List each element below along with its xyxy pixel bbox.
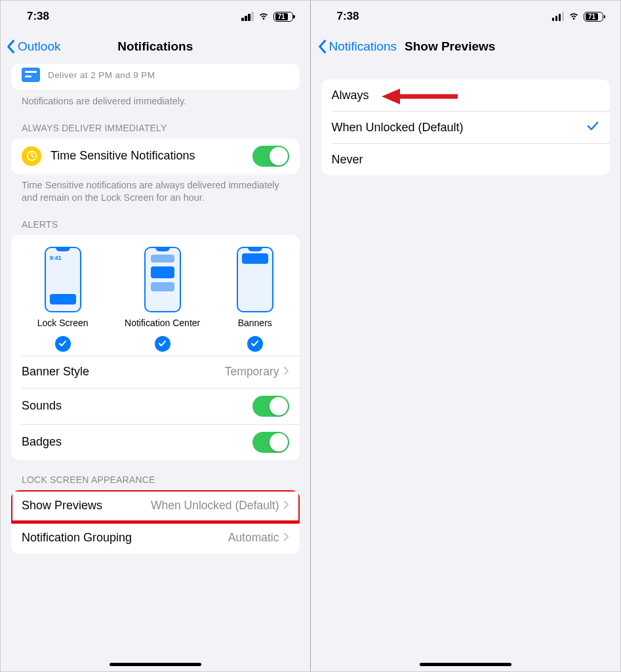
status-time: 7:38 (27, 10, 49, 23)
home-indicator[interactable] (420, 663, 511, 666)
content: Deliver at 2 PM and 9 PM Notifications a… (1, 64, 310, 554)
banner-style-label: Banner Style (22, 365, 225, 379)
section-alerts: ALERTS (11, 205, 300, 235)
section-lock-screen: LOCK SCREEN APPEARANCE (11, 460, 300, 490)
status-bar: 7:38 71 (311, 1, 621, 32)
checkmark-icon (586, 121, 599, 135)
time-sensitive-label: Time Sensitive Notifications (50, 149, 252, 163)
banners-mock-icon (237, 247, 273, 312)
annotation-arrow-icon (380, 87, 459, 106)
status-icons: 71 (551, 12, 603, 22)
home-indicator[interactable] (110, 663, 201, 666)
sounds-row[interactable]: Sounds (11, 388, 300, 424)
sounds-toggle[interactable] (252, 396, 289, 417)
chevron-left-icon (6, 39, 15, 54)
checkmark-icon (247, 336, 263, 352)
nav-bar: Notifications Show Previews (311, 32, 621, 61)
alert-nc-label: Notification Center (125, 318, 200, 328)
back-label: Outlook (18, 39, 60, 54)
alert-styles-row: 9:41 Lock Screen Notification Center Ban… (11, 235, 300, 356)
option-always-row[interactable]: Always (321, 79, 611, 111)
cellular-signal-icon (551, 12, 564, 21)
phone-left: 7:38 71 Outlook Notifications Deliver at… (1, 1, 311, 671)
nav-bar: Outlook Notifications (1, 32, 310, 61)
delivery-schedule-card[interactable]: Deliver at 2 PM and 9 PM (11, 64, 300, 90)
alert-option-notification-center[interactable]: Notification Center (125, 247, 200, 352)
option-never-label: Never (332, 153, 600, 167)
time-sensitive-footer: Time Sensitive notifications are always … (11, 174, 300, 205)
option-always-label: Always (332, 89, 600, 102)
phone-right: 7:38 71 Notifications Show Previews Alwa… (311, 1, 621, 671)
checkmark-icon (55, 336, 71, 352)
section-always-deliver: ALWAYS DELIVER IMMEDIATELY (11, 108, 300, 138)
lock-screen-card: Show Previews When Unlocked (Default) No… (11, 490, 300, 554)
badges-toggle[interactable] (252, 432, 289, 453)
alert-option-lockscreen[interactable]: 9:41 Lock Screen (37, 247, 89, 352)
notification-grouping-row[interactable]: Notification Grouping Automatic (11, 522, 300, 554)
alert-banners-label: Banners (238, 318, 272, 328)
battery-icon: 71 (273, 12, 293, 22)
checkmark-icon (155, 336, 170, 352)
banner-style-value: Temporary (225, 365, 279, 379)
option-never-row[interactable]: Never (321, 144, 611, 175)
badges-row[interactable]: Badges (11, 425, 300, 460)
chevron-right-icon (283, 531, 289, 545)
chevron-right-icon (283, 365, 289, 379)
clock-icon (22, 146, 41, 166)
preview-options-card: Always When Unlocked (Default) Never (321, 79, 611, 175)
time-sensitive-card: Time Sensitive Notifications (11, 138, 300, 174)
schedule-icon (22, 68, 40, 82)
page-title: Show Previews (405, 39, 495, 54)
status-time: 7:38 (337, 10, 359, 23)
banner-style-row[interactable]: Banner Style Temporary (11, 356, 300, 388)
show-previews-row[interactable]: Show Previews When Unlocked (Default) (11, 490, 300, 522)
option-when-unlocked-row[interactable]: When Unlocked (Default) (321, 112, 611, 143)
wifi-icon (258, 12, 270, 21)
battery-icon: 71 (584, 12, 603, 22)
chevron-right-icon (283, 499, 289, 513)
alert-option-banners[interactable]: Banners (237, 247, 273, 352)
alert-lockscreen-label: Lock Screen (37, 318, 89, 328)
show-previews-label: Show Previews (22, 499, 151, 513)
alerts-card: 9:41 Lock Screen Notification Center Ban… (11, 235, 300, 460)
option-when-unlocked-label: When Unlocked (Default) (332, 121, 587, 135)
back-button[interactable]: Notifications (317, 39, 397, 54)
show-previews-value: When Unlocked (Default) (151, 499, 279, 513)
notification-center-mock-icon (144, 247, 181, 312)
time-sensitive-row[interactable]: Time Sensitive Notifications (11, 138, 300, 174)
status-icons: 71 (241, 12, 293, 22)
delivery-footer: Notifications are delivered immediately. (11, 90, 300, 108)
delivery-schedule-value: Deliver at 2 PM and 9 PM (48, 70, 155, 80)
badges-label: Badges (22, 435, 252, 449)
sounds-label: Sounds (22, 399, 252, 413)
lockscreen-mock-icon: 9:41 (45, 247, 81, 312)
status-bar: 7:38 71 (1, 1, 310, 32)
notification-grouping-label: Notification Grouping (22, 531, 228, 545)
content: Always When Unlocked (Default) Never (311, 79, 621, 175)
notification-grouping-value: Automatic (228, 531, 279, 545)
chevron-left-icon (317, 39, 327, 54)
time-sensitive-toggle[interactable] (252, 146, 289, 167)
back-button[interactable]: Outlook (6, 39, 60, 54)
wifi-icon (568, 12, 580, 21)
cellular-signal-icon (241, 12, 254, 21)
back-label: Notifications (329, 39, 397, 54)
